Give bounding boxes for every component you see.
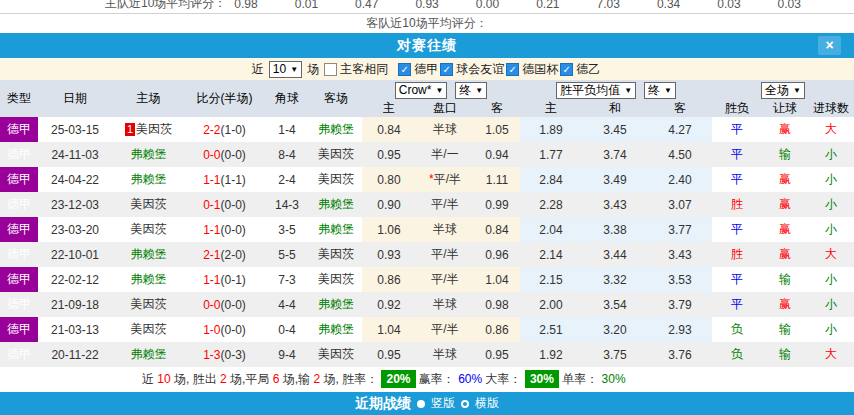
cell-date: 21-03-13 <box>38 317 112 342</box>
cell-away-team: 美因茨 <box>310 167 362 192</box>
cell-crown-home-odds: 1.06 <box>362 217 416 242</box>
header-away: 客场 <box>310 80 362 117</box>
home-team-name: 美因茨 <box>131 197 167 211</box>
checkbox-checked-icon[interactable]: ✓ <box>398 63 411 76</box>
cell-avg-home-odds: 1.89 <box>520 117 582 142</box>
cell-handicap: *平/半 <box>416 167 474 192</box>
away-team-name: 弗赖堡 <box>318 122 354 136</box>
away-team-name: 美因茨 <box>318 347 354 361</box>
fulltime-score: 0-0 <box>203 148 220 162</box>
rate-badge: 20% <box>381 370 415 388</box>
fulltime-score: 0-1 <box>203 198 220 212</box>
footer-option-label[interactable]: 竖版 <box>431 395 455 412</box>
cell-avg-draw-odds: 3.49 <box>582 167 648 192</box>
cell-crown-home-odds: 0.95 <box>362 142 416 167</box>
rate-badge: 30% <box>525 370 559 388</box>
handicap-text: 半球 <box>433 122 457 136</box>
cell-avg-away-odds: 3.77 <box>648 217 712 242</box>
checkbox-label[interactable]: 主客相同 <box>340 61 388 78</box>
away-team-name: 美因茨 <box>318 147 354 161</box>
footer-option-label[interactable]: 横版 <box>475 395 499 412</box>
cell-avg-draw-odds: 3.75 <box>582 342 648 367</box>
summary-text: 2 <box>220 372 227 386</box>
header-corners: 角球 <box>264 80 310 117</box>
subheader-handicap: 盘口 <box>416 100 474 117</box>
cell-home-team: 弗赖堡 <box>112 267 185 292</box>
cell-handicap: 平/半 <box>416 317 474 342</box>
filter-checkbox[interactable]: ✓德乙 <box>560 61 600 78</box>
cell-crown-away-odds: 0.99 <box>474 192 520 217</box>
radio-selected-icon[interactable] <box>417 400 425 408</box>
cell-home-team: 弗赖堡 <box>112 342 185 367</box>
checkbox-checked-icon[interactable]: ✓ <box>506 63 519 76</box>
cell-handicap: 平/半 <box>416 242 474 267</box>
cell-crown-away-odds: 0.95 <box>474 342 520 367</box>
summary-text: 单率： <box>559 372 602 386</box>
cell-corners: 3-5 <box>264 217 310 242</box>
cell-score: 2-1(2-0) <box>185 242 264 267</box>
checkbox-checked-icon[interactable]: ✓ <box>440 63 453 76</box>
checkbox-label[interactable]: 德乙 <box>576 61 600 78</box>
cell-avg-draw-odds: 3.32 <box>582 267 648 292</box>
checkbox-label[interactable]: 德国杯 <box>522 61 558 78</box>
halftime-score: (0-0) <box>221 223 246 237</box>
cell-result: 胜 <box>712 192 762 217</box>
avg-odds-select[interactable]: 胜平负均值 ▼ <box>556 82 636 99</box>
cell-handicap-result: 赢 <box>762 167 808 192</box>
close-button[interactable]: × <box>818 36 841 55</box>
radio-unselected-icon[interactable] <box>461 400 469 408</box>
cell-avg-away-odds: 4.27 <box>648 117 712 142</box>
home-team-name: 美因茨 <box>131 297 167 311</box>
checkbox-label[interactable]: 德甲 <box>414 61 438 78</box>
filter-checkbox[interactable]: ✓德甲 <box>398 61 438 78</box>
filter-checkbox[interactable]: ✓球会友谊 <box>440 61 504 78</box>
cell-date: 20-11-22 <box>38 342 112 367</box>
cell-avg-draw-odds: 3.45 <box>582 117 648 142</box>
rating-value: 0.01 <box>295 0 318 11</box>
cell-handicap: 平/半 <box>416 192 474 217</box>
summary-text: 60% <box>458 372 482 386</box>
handicap-text: 平/半 <box>431 322 458 336</box>
cell-avg-away-odds: 2.40 <box>648 167 712 192</box>
cell-crown-away-odds: 1.05 <box>474 117 520 142</box>
cell-crown-away-odds: 0.96 <box>474 242 520 267</box>
match-count-value: 10 <box>273 62 286 77</box>
filter-checkbox[interactable]: ✓德国杯 <box>506 61 558 78</box>
checkbox-checked-icon[interactable]: ✓ <box>560 63 573 76</box>
halftime-score: (0-0) <box>221 323 246 337</box>
cell-corners: 7-3 <box>264 267 310 292</box>
cell-result: 平 <box>712 142 762 167</box>
cell-date: 22-10-01 <box>38 242 112 267</box>
odds-source-select[interactable]: Crow* ▼ <box>395 82 448 99</box>
cell-league: 德甲 <box>0 167 38 192</box>
odds-time-select-1[interactable]: 终 ▼ <box>455 82 487 99</box>
match-row: 德甲25-03-151美因茨2-2(1-0)1-4弗赖堡0.84半球1.051.… <box>0 117 854 142</box>
filter-bar: 近 10 ▼ 场 主客相同✓德甲✓球会友谊✓德国杯✓德乙 <box>0 58 854 80</box>
match-row: 德甲22-02-12弗赖堡1-1(0-1)7-3美因茨0.86平/半1.042.… <box>0 267 854 292</box>
subheader-crown-home: 主 <box>362 100 416 117</box>
cell-handicap: 半球 <box>416 117 474 142</box>
cell-date: 24-04-22 <box>38 167 112 192</box>
cell-result: 平 <box>712 217 762 242</box>
handicap-text: 半球 <box>433 297 457 311</box>
cell-avg-away-odds: 3.43 <box>648 242 712 267</box>
match-count-select[interactable]: 10 ▼ <box>269 61 302 78</box>
halftime-score: (0-0) <box>221 148 246 162</box>
cell-avg-away-odds: 4.50 <box>648 142 712 167</box>
cell-crown-home-odds: 0.84 <box>362 117 416 142</box>
cell-crown-away-odds: 0.98 <box>474 292 520 317</box>
summary-text: 场,输 <box>279 372 313 386</box>
cell-crown-away-odds: 0.84 <box>474 217 520 242</box>
checkbox-label[interactable]: 球会友谊 <box>456 61 504 78</box>
cell-crown-away-odds: 0.94 <box>474 142 520 167</box>
cell-away-team: 美因茨 <box>310 142 362 167</box>
home-rating-row: 主队近10场平均评分： 0.980.010.470.930.000.217.03… <box>0 0 854 13</box>
cell-corners: 2-4 <box>264 167 310 192</box>
cell-avg-draw-odds: 3.54 <box>582 292 648 317</box>
cell-handicap: 平/半 <box>416 267 474 292</box>
away-team-name: 弗赖堡 <box>318 197 354 211</box>
checkbox-unchecked-icon[interactable] <box>324 63 337 76</box>
filter-checkbox[interactable]: 主客相同 <box>324 61 388 78</box>
scope-select[interactable]: 全场 ▼ <box>761 82 805 99</box>
odds-time-select-2[interactable]: 终 ▼ <box>644 82 676 99</box>
